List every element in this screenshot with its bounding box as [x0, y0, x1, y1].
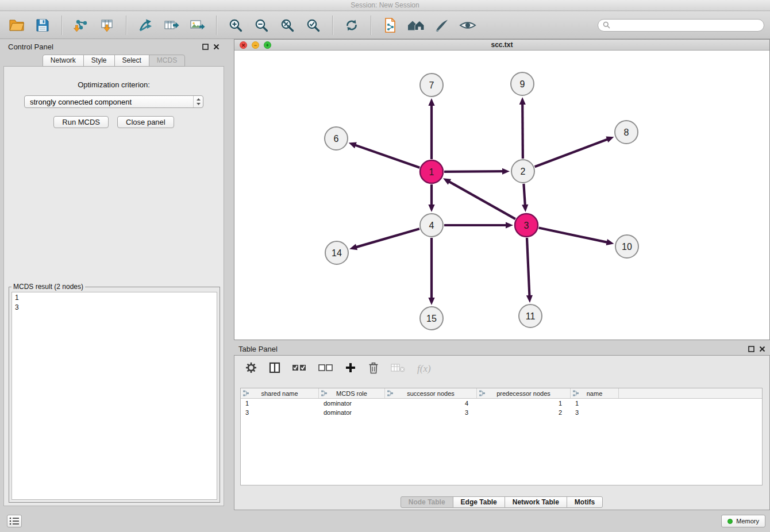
- graph-node-3[interactable]: 3: [515, 214, 538, 237]
- graph-edge-1-6[interactable]: [349, 142, 420, 168]
- graph-edge-3-1[interactable]: [443, 178, 515, 219]
- graph-node-8[interactable]: 8: [615, 121, 638, 144]
- graph-edge-2-3[interactable]: [522, 184, 528, 212]
- network-window-title: scc.txt: [234, 41, 769, 49]
- float-panel-icon[interactable]: [202, 44, 209, 50]
- graph-edge-1-2[interactable]: [444, 168, 510, 175]
- column-header-MCDS-role[interactable]: MCDS role: [319, 388, 385, 398]
- graph-edge-2-8[interactable]: [535, 136, 614, 167]
- graph-node-4[interactable]: 4: [420, 214, 443, 237]
- list-icon: [9, 517, 20, 525]
- zoom-in-button[interactable]: [225, 14, 247, 36]
- table-row[interactable]: 1dominator411: [241, 399, 762, 408]
- show-columns-button[interactable]: [269, 362, 280, 376]
- memory-button[interactable]: Memory: [721, 515, 765, 527]
- zoom-fit-button[interactable]: [276, 14, 298, 36]
- tab-network-table[interactable]: Network Table: [505, 496, 567, 508]
- graph-node-10[interactable]: 10: [615, 235, 638, 258]
- tab-motifs[interactable]: Motifs: [567, 496, 603, 508]
- table-settings-button[interactable]: [245, 361, 257, 376]
- graph-edge-1-4[interactable]: [428, 184, 434, 212]
- mcds-result-item[interactable]: 3: [12, 302, 217, 312]
- open-session-button[interactable]: [6, 14, 28, 36]
- zoom-selected-button[interactable]: [302, 14, 324, 36]
- graph-node-9[interactable]: 9: [511, 72, 534, 95]
- toolbar-separator: [61, 16, 62, 35]
- task-history-button[interactable]: [7, 515, 22, 527]
- tab-node-table[interactable]: Node Table: [401, 496, 453, 508]
- save-session-button[interactable]: [32, 14, 53, 36]
- table-cell[interactable]: 3: [241, 408, 319, 417]
- float-panel-icon[interactable]: [748, 346, 754, 352]
- tab-style[interactable]: Style: [83, 55, 115, 67]
- graph-edge-4-3[interactable]: [444, 222, 513, 228]
- graph-node-2[interactable]: 2: [511, 160, 534, 183]
- refresh-button[interactable]: [341, 14, 363, 36]
- network-window-titlebar[interactable]: scc.txt ✕ − +: [234, 40, 769, 51]
- zoom-out-button[interactable]: [251, 14, 272, 36]
- graph-node-6[interactable]: 6: [325, 127, 348, 150]
- table-cell[interactable]: 4: [385, 399, 477, 408]
- import-table-icon: [99, 18, 115, 33]
- search-input[interactable]: [614, 21, 759, 29]
- new-network-button[interactable]: [134, 14, 156, 36]
- window-close-button[interactable]: ✕: [240, 41, 247, 49]
- tab-edge-table[interactable]: Edge Table: [453, 496, 505, 508]
- close-panel-icon[interactable]: [759, 346, 765, 352]
- function-builder-button[interactable]: f(x): [417, 363, 431, 375]
- close-panel-icon[interactable]: [213, 44, 220, 50]
- graph-edge-3-10[interactable]: [539, 228, 614, 245]
- table-cell[interactable]: 2: [477, 408, 571, 417]
- graph-node-14[interactable]: 14: [325, 241, 348, 264]
- import-table-button[interactable]: [96, 14, 118, 36]
- window-minimize-button[interactable]: −: [252, 41, 259, 49]
- show-graphics-button[interactable]: [457, 14, 479, 36]
- run-mcds-button[interactable]: Run MCDS: [53, 116, 109, 128]
- home-button[interactable]: [405, 14, 427, 36]
- table-cell[interactable]: 3: [571, 408, 619, 417]
- mcds-result-item[interactable]: 1: [12, 292, 217, 302]
- table-cell[interactable]: 3: [385, 408, 477, 417]
- export-image-button[interactable]: [186, 14, 208, 36]
- column-header-successor-nodes[interactable]: successor nodes: [385, 388, 477, 398]
- table-row[interactable]: 3dominator323: [241, 408, 762, 417]
- table-cell[interactable]: 1: [477, 399, 571, 408]
- graph-edge-2-9[interactable]: [519, 97, 526, 159]
- tab-mcds[interactable]: MCDS: [149, 55, 185, 67]
- delete-table-button[interactable]: [391, 363, 406, 375]
- dropdown-value: strongly connected component: [30, 98, 132, 106]
- tab-network[interactable]: Network: [43, 55, 84, 67]
- close-panel-button[interactable]: Close panel: [117, 116, 174, 128]
- column-header-shared-name[interactable]: shared name: [241, 388, 319, 398]
- table-cell[interactable]: dominator: [319, 408, 385, 417]
- import-network-button[interactable]: [70, 14, 92, 36]
- mcds-result-list[interactable]: 13: [11, 292, 217, 500]
- toolbar-search[interactable]: [598, 19, 764, 32]
- graph-edge-1-7[interactable]: [428, 98, 434, 159]
- network-canvas[interactable]: 1234678910111415: [234, 51, 769, 340]
- window-zoom-button[interactable]: +: [264, 41, 271, 49]
- apply-style-button[interactable]: [431, 14, 453, 36]
- delete-row-button[interactable]: [368, 361, 379, 376]
- graph-node-15[interactable]: 15: [420, 307, 443, 330]
- graph-edge-4-15[interactable]: [428, 238, 434, 305]
- graph-node-11[interactable]: 11: [519, 304, 542, 327]
- optimization-criterion-select[interactable]: strongly connected component: [24, 95, 203, 108]
- app-titlebar: Session: New Session: [0, 0, 770, 11]
- graph-edge-3-11[interactable]: [526, 238, 533, 303]
- table-cell[interactable]: 1: [241, 399, 319, 408]
- select-all-columns-button[interactable]: [292, 363, 307, 375]
- new-table-button[interactable]: [160, 14, 182, 36]
- add-row-button[interactable]: [345, 362, 356, 376]
- unselect-all-columns-button[interactable]: [318, 363, 333, 375]
- svg-text:2: 2: [521, 167, 526, 176]
- graph-node-7[interactable]: 7: [420, 74, 443, 97]
- table-cell[interactable]: 1: [571, 399, 619, 408]
- graph-edge-4-14[interactable]: [349, 229, 419, 250]
- table-cell[interactable]: dominator: [319, 399, 385, 408]
- graph-node-1[interactable]: 1: [420, 160, 443, 183]
- column-header-name[interactable]: name: [571, 388, 619, 398]
- share-document-button[interactable]: [379, 14, 401, 36]
- column-header-predecessor-nodes[interactable]: predecessor nodes: [477, 388, 571, 398]
- tab-select[interactable]: Select: [114, 55, 149, 67]
